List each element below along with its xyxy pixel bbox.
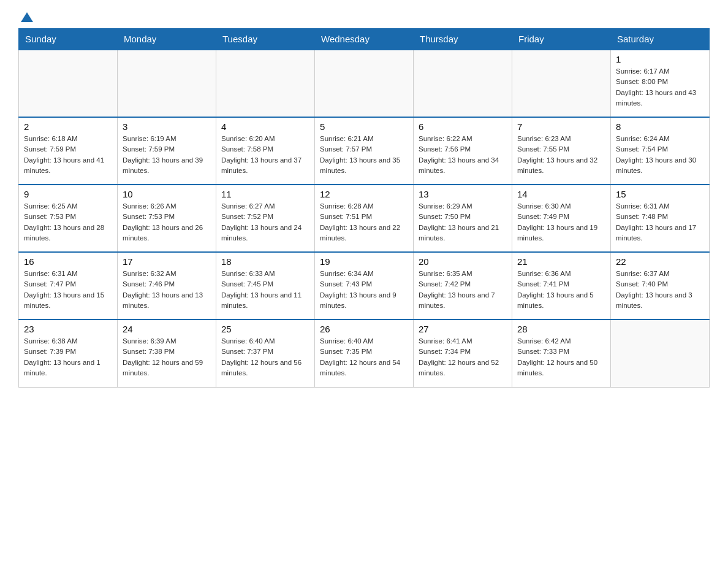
calendar-cell: 18Sunrise: 6:33 AM Sunset: 7:45 PM Dayli… <box>216 252 315 320</box>
day-number: 2 <box>24 121 112 132</box>
day-number: 27 <box>419 324 507 334</box>
day-number: 6 <box>419 121 507 132</box>
day-info: Sunrise: 6:22 AM Sunset: 7:56 PM Dayligh… <box>419 134 507 176</box>
day-number: 20 <box>419 256 507 267</box>
day-number: 25 <box>221 324 309 334</box>
day-number: 12 <box>320 189 408 199</box>
weekday-header-wednesday: Wednesday <box>315 29 414 50</box>
day-number: 16 <box>24 256 112 267</box>
day-info: Sunrise: 6:17 AM Sunset: 8:00 PM Dayligh… <box>616 66 704 109</box>
calendar-cell: 9Sunrise: 6:25 AM Sunset: 7:53 PM Daylig… <box>19 185 118 252</box>
calendar-cell: 20Sunrise: 6:35 AM Sunset: 7:42 PM Dayli… <box>414 252 512 320</box>
day-info: Sunrise: 6:40 AM Sunset: 7:37 PM Dayligh… <box>221 336 309 378</box>
calendar-cell: 27Sunrise: 6:41 AM Sunset: 7:34 PM Dayli… <box>414 320 512 387</box>
calendar-cell <box>611 320 710 387</box>
day-number: 26 <box>320 324 408 334</box>
calendar-cell: 5Sunrise: 6:21 AM Sunset: 7:57 PM Daylig… <box>315 117 414 185</box>
calendar-cell: 24Sunrise: 6:39 AM Sunset: 7:38 PM Dayli… <box>118 320 216 387</box>
calendar-cell: 17Sunrise: 6:32 AM Sunset: 7:46 PM Dayli… <box>118 252 216 320</box>
day-number: 19 <box>320 256 408 267</box>
day-number: 13 <box>419 189 507 199</box>
day-number: 8 <box>616 121 704 132</box>
day-info: Sunrise: 6:31 AM Sunset: 7:48 PM Dayligh… <box>616 201 704 243</box>
day-number: 10 <box>123 189 211 199</box>
day-info: Sunrise: 6:23 AM Sunset: 7:55 PM Dayligh… <box>517 134 605 176</box>
calendar-cell <box>118 50 216 117</box>
day-info: Sunrise: 6:25 AM Sunset: 7:53 PM Dayligh… <box>24 201 112 243</box>
calendar-cell: 22Sunrise: 6:37 AM Sunset: 7:40 PM Dayli… <box>611 252 710 320</box>
day-number: 17 <box>123 256 211 267</box>
calendar-cell <box>414 50 512 117</box>
weekday-header-tuesday: Tuesday <box>216 29 315 50</box>
calendar-cell: 26Sunrise: 6:40 AM Sunset: 7:35 PM Dayli… <box>315 320 414 387</box>
calendar-cell: 3Sunrise: 6:19 AM Sunset: 7:59 PM Daylig… <box>118 117 216 185</box>
page-header <box>18 12 710 22</box>
calendar-cell: 1Sunrise: 6:17 AM Sunset: 8:00 PM Daylig… <box>611 50 710 117</box>
day-number: 3 <box>123 121 211 132</box>
day-number: 1 <box>616 54 704 64</box>
calendar-cell <box>19 50 118 117</box>
day-number: 21 <box>517 256 605 267</box>
day-info: Sunrise: 6:19 AM Sunset: 7:59 PM Dayligh… <box>123 134 211 176</box>
day-info: Sunrise: 6:38 AM Sunset: 7:39 PM Dayligh… <box>24 336 112 378</box>
week-row-1: 1Sunrise: 6:17 AM Sunset: 8:00 PM Daylig… <box>19 50 710 117</box>
day-number: 7 <box>517 121 605 132</box>
day-info: Sunrise: 6:18 AM Sunset: 7:59 PM Dayligh… <box>24 134 112 176</box>
day-number: 11 <box>221 189 309 199</box>
calendar-cell: 14Sunrise: 6:30 AM Sunset: 7:49 PM Dayli… <box>512 185 611 252</box>
weekday-header-sunday: Sunday <box>19 29 118 50</box>
day-info: Sunrise: 6:21 AM Sunset: 7:57 PM Dayligh… <box>320 134 408 176</box>
day-info: Sunrise: 6:40 AM Sunset: 7:35 PM Dayligh… <box>320 336 408 378</box>
logo-triangle-icon <box>21 12 33 22</box>
day-info: Sunrise: 6:41 AM Sunset: 7:34 PM Dayligh… <box>419 336 507 378</box>
day-info: Sunrise: 6:32 AM Sunset: 7:46 PM Dayligh… <box>123 269 211 311</box>
day-info: Sunrise: 6:20 AM Sunset: 7:58 PM Dayligh… <box>221 134 309 176</box>
calendar-cell: 8Sunrise: 6:24 AM Sunset: 7:54 PM Daylig… <box>611 117 710 185</box>
calendar-cell: 19Sunrise: 6:34 AM Sunset: 7:43 PM Dayli… <box>315 252 414 320</box>
day-number: 14 <box>517 189 605 199</box>
day-number: 9 <box>24 189 112 199</box>
calendar-cell: 23Sunrise: 6:38 AM Sunset: 7:39 PM Dayli… <box>19 320 118 387</box>
day-info: Sunrise: 6:29 AM Sunset: 7:50 PM Dayligh… <box>419 201 507 243</box>
week-row-4: 16Sunrise: 6:31 AM Sunset: 7:47 PM Dayli… <box>19 252 710 320</box>
weekday-header-monday: Monday <box>118 29 216 50</box>
calendar-cell: 12Sunrise: 6:28 AM Sunset: 7:51 PM Dayli… <box>315 185 414 252</box>
day-info: Sunrise: 6:39 AM Sunset: 7:38 PM Dayligh… <box>123 336 211 378</box>
calendar-cell <box>512 50 611 117</box>
day-number: 4 <box>221 121 309 132</box>
week-row-2: 2Sunrise: 6:18 AM Sunset: 7:59 PM Daylig… <box>19 117 710 185</box>
day-number: 24 <box>123 324 211 334</box>
calendar-cell: 2Sunrise: 6:18 AM Sunset: 7:59 PM Daylig… <box>19 117 118 185</box>
calendar-cell: 15Sunrise: 6:31 AM Sunset: 7:48 PM Dayli… <box>611 185 710 252</box>
week-row-3: 9Sunrise: 6:25 AM Sunset: 7:53 PM Daylig… <box>19 185 710 252</box>
day-info: Sunrise: 6:37 AM Sunset: 7:40 PM Dayligh… <box>616 269 704 311</box>
calendar-cell: 10Sunrise: 6:26 AM Sunset: 7:53 PM Dayli… <box>118 185 216 252</box>
logo <box>18 12 33 22</box>
day-number: 5 <box>320 121 408 132</box>
day-info: Sunrise: 6:36 AM Sunset: 7:41 PM Dayligh… <box>517 269 605 311</box>
day-info: Sunrise: 6:33 AM Sunset: 7:45 PM Dayligh… <box>221 269 309 311</box>
day-info: Sunrise: 6:34 AM Sunset: 7:43 PM Dayligh… <box>320 269 408 311</box>
calendar-cell <box>216 50 315 117</box>
calendar-cell: 21Sunrise: 6:36 AM Sunset: 7:41 PM Dayli… <box>512 252 611 320</box>
weekday-header-saturday: Saturday <box>611 29 710 50</box>
day-number: 18 <box>221 256 309 267</box>
day-info: Sunrise: 6:24 AM Sunset: 7:54 PM Dayligh… <box>616 134 704 176</box>
day-number: 15 <box>616 189 704 199</box>
day-info: Sunrise: 6:31 AM Sunset: 7:47 PM Dayligh… <box>24 269 112 311</box>
day-info: Sunrise: 6:42 AM Sunset: 7:33 PM Dayligh… <box>517 336 605 378</box>
day-info: Sunrise: 6:28 AM Sunset: 7:51 PM Dayligh… <box>320 201 408 243</box>
calendar-cell: 6Sunrise: 6:22 AM Sunset: 7:56 PM Daylig… <box>414 117 512 185</box>
day-info: Sunrise: 6:30 AM Sunset: 7:49 PM Dayligh… <box>517 201 605 243</box>
day-number: 22 <box>616 256 704 267</box>
calendar-header-row: SundayMondayTuesdayWednesdayThursdayFrid… <box>19 29 710 50</box>
day-number: 23 <box>24 324 112 334</box>
calendar-cell: 4Sunrise: 6:20 AM Sunset: 7:58 PM Daylig… <box>216 117 315 185</box>
week-row-5: 23Sunrise: 6:38 AM Sunset: 7:39 PM Dayli… <box>19 320 710 387</box>
calendar-cell: 7Sunrise: 6:23 AM Sunset: 7:55 PM Daylig… <box>512 117 611 185</box>
calendar-cell: 16Sunrise: 6:31 AM Sunset: 7:47 PM Dayli… <box>19 252 118 320</box>
weekday-header-thursday: Thursday <box>414 29 512 50</box>
day-info: Sunrise: 6:27 AM Sunset: 7:52 PM Dayligh… <box>221 201 309 243</box>
day-info: Sunrise: 6:35 AM Sunset: 7:42 PM Dayligh… <box>419 269 507 311</box>
day-number: 28 <box>517 324 605 334</box>
